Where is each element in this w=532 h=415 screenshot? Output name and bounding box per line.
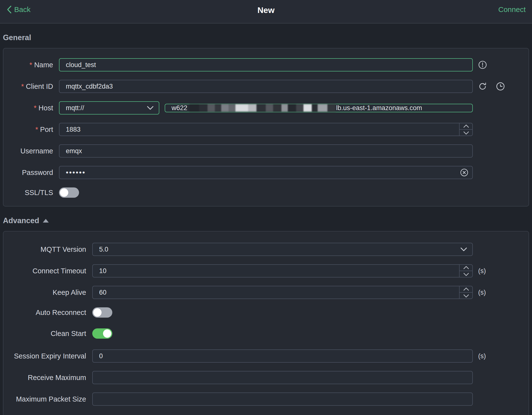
ssl-label: SSL/TLS: [3, 189, 53, 197]
connect-timeout-row: Connect Timeout (s): [3, 264, 529, 277]
client-id-input[interactable]: [59, 80, 473, 93]
connect-timeout-label: Connect Timeout: [3, 267, 86, 275]
password-label: Password: [3, 169, 53, 177]
chevron-left-icon: [6, 5, 12, 14]
host-value-prefix: w622: [172, 104, 187, 112]
toggle-knob: [60, 188, 68, 197]
seconds-unit: (s): [478, 267, 486, 275]
password-row: Password: [3, 166, 529, 179]
session-expiry-row: Session Expiry Interval (s): [3, 349, 529, 363]
advanced-panel: MQTT Version 5.0 Connect Timeout (s) Kee…: [3, 231, 529, 415]
auto-reconnect-toggle[interactable]: [92, 307, 112, 318]
auto-reconnect-row: Auto Reconnect: [3, 307, 529, 318]
username-label: Username: [3, 147, 53, 155]
connect-button[interactable]: Connect: [498, 5, 526, 14]
host-value-suffix: lb.us-east-1.amazonaws.com: [336, 104, 422, 112]
name-row: *Name: [3, 58, 529, 71]
topbar: Back New Connect: [0, 0, 532, 23]
back-button[interactable]: Back: [6, 5, 31, 14]
stepper-up-icon: [460, 286, 473, 292]
page-title: New: [0, 5, 532, 15]
username-row: Username: [3, 144, 529, 158]
stepper-down-icon: [460, 292, 473, 299]
mqtt-version-value: 5.0: [99, 246, 108, 253]
stepper-down-icon: [460, 129, 473, 136]
host-label: *Host: [3, 104, 53, 112]
port-input[interactable]: [59, 123, 473, 136]
max-packet-size-label: Maximum Packet Size: [3, 395, 86, 403]
seconds-unit: (s): [478, 289, 486, 296]
clear-password-icon[interactable]: [460, 168, 468, 177]
back-label: Back: [14, 5, 31, 14]
port-label: *Port: [3, 126, 53, 134]
warning-info-icon[interactable]: [478, 60, 487, 69]
ssl-row: SSL/TLS: [3, 187, 529, 198]
required-marker: *: [21, 82, 24, 90]
required-marker: *: [34, 104, 36, 112]
history-clock-icon[interactable]: [496, 82, 505, 91]
session-expiry-label: Session Expiry Interval: [3, 352, 86, 360]
advanced-section-title[interactable]: Advanced: [3, 216, 532, 225]
name-label: *Name: [3, 61, 53, 69]
mqtt-version-select[interactable]: 5.0: [92, 243, 473, 256]
session-expiry-input[interactable]: [92, 349, 473, 363]
client-id-label: *Client ID: [3, 82, 53, 91]
general-panel: *Name *Client ID *Host mqtt://: [3, 48, 529, 207]
mqtt-version-row: MQTT Version 5.0: [3, 243, 529, 256]
client-id-row: *Client ID: [3, 80, 529, 93]
connect-timeout-stepper[interactable]: [459, 264, 473, 277]
password-input[interactable]: [59, 166, 473, 179]
general-section-label: General: [3, 33, 31, 42]
keep-alive-input[interactable]: [92, 286, 473, 299]
stepper-up-icon: [460, 123, 473, 129]
chevron-down-icon: [147, 106, 153, 110]
clean-start-row: Clean Start: [3, 328, 529, 339]
toggle-knob: [93, 308, 102, 317]
seconds-unit: (s): [478, 352, 486, 360]
ssl-toggle[interactable]: [59, 187, 79, 198]
auto-reconnect-label: Auto Reconnect: [3, 309, 86, 317]
keep-alive-label: Keep Alive: [3, 288, 86, 297]
general-section-title: General: [3, 33, 532, 42]
receive-maximum-label: Receive Maximum: [3, 374, 86, 382]
stepper-up-icon: [460, 264, 473, 271]
stepper-down-icon: [460, 271, 473, 277]
name-input[interactable]: [59, 58, 473, 71]
host-input[interactable]: w622 lb.us-east-1.amazonaws.com: [165, 104, 473, 112]
clean-start-label: Clean Start: [3, 330, 86, 338]
refresh-icon[interactable]: [478, 82, 487, 91]
collapse-triangle-icon: [43, 219, 49, 223]
required-marker: *: [29, 61, 32, 69]
keep-alive-row: Keep Alive (s): [3, 286, 529, 299]
receive-maximum-row: Receive Maximum: [3, 371, 529, 384]
required-marker: *: [35, 126, 38, 133]
chevron-down-icon: [461, 247, 467, 251]
port-stepper[interactable]: [459, 123, 473, 136]
redacted-host-text: [189, 104, 336, 112]
clean-start-toggle[interactable]: [92, 328, 112, 339]
connect-timeout-input[interactable]: [92, 264, 473, 277]
receive-maximum-input[interactable]: [92, 371, 473, 384]
toggle-knob: [103, 329, 111, 338]
username-input[interactable]: [59, 144, 473, 158]
max-packet-size-input[interactable]: [92, 392, 473, 406]
max-packet-size-row: Maximum Packet Size: [3, 392, 529, 406]
host-protocol-value: mqtt://: [66, 104, 84, 112]
advanced-section-label: Advanced: [3, 216, 39, 225]
host-row: *Host mqtt:// w622 lb.us-east-1.amazonaw…: [3, 101, 529, 115]
host-protocol-select[interactable]: mqtt://: [59, 101, 159, 115]
keep-alive-stepper[interactable]: [459, 286, 473, 299]
port-row: *Port: [3, 123, 529, 136]
mqtt-version-label: MQTT Version: [3, 245, 86, 254]
